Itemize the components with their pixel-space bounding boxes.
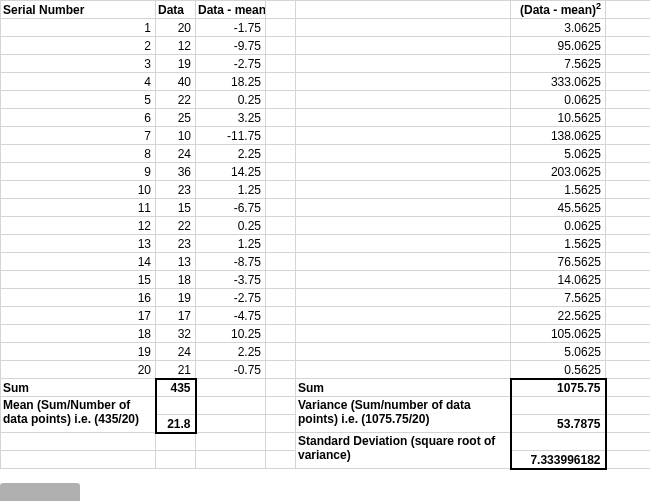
cell-data[interactable]: 32: [156, 325, 196, 343]
cell-data-mean[interactable]: -9.75: [196, 37, 266, 55]
cell-serial[interactable]: 7: [1, 127, 156, 145]
cell-data-mean[interactable]: -0.75: [196, 361, 266, 379]
table-row: 44018.25333.0625: [1, 73, 651, 91]
cell-data-mean[interactable]: -2.75: [196, 289, 266, 307]
cell-data[interactable]: 22: [156, 217, 196, 235]
cell-sq[interactable]: 10.5625: [511, 109, 606, 127]
cell-serial[interactable]: 8: [1, 145, 156, 163]
cell-data-mean[interactable]: -8.75: [196, 253, 266, 271]
table-row: 1717-4.7522.5625: [1, 307, 651, 325]
header-serial: Serial Number: [1, 1, 156, 19]
cell-serial[interactable]: 10: [1, 181, 156, 199]
cell-sq[interactable]: 138.0625: [511, 127, 606, 145]
table-row: 1619-2.757.5625: [1, 289, 651, 307]
cell-serial[interactable]: 12: [1, 217, 156, 235]
cell-data-mean[interactable]: -2.75: [196, 55, 266, 73]
cell-serial[interactable]: 3: [1, 55, 156, 73]
sum-label-left: Sum: [1, 379, 156, 397]
cell-serial[interactable]: 16: [1, 289, 156, 307]
cell-data-mean[interactable]: 18.25: [196, 73, 266, 91]
cell-serial[interactable]: 20: [1, 361, 156, 379]
cell-data[interactable]: 23: [156, 181, 196, 199]
cell-data[interactable]: 20: [156, 19, 196, 37]
cell-serial[interactable]: 17: [1, 307, 156, 325]
cell-sq[interactable]: 14.0625: [511, 271, 606, 289]
table-row: 183210.25105.0625: [1, 325, 651, 343]
cell-data-mean[interactable]: 14.25: [196, 163, 266, 181]
cell-sq[interactable]: 7.5625: [511, 55, 606, 73]
cell-serial[interactable]: 9: [1, 163, 156, 181]
cell-sq[interactable]: 0.5625: [511, 361, 606, 379]
cell-data[interactable]: 21: [156, 361, 196, 379]
cell-data[interactable]: 19: [156, 289, 196, 307]
cell-serial[interactable]: 6: [1, 109, 156, 127]
sum-data[interactable]: 435: [156, 379, 196, 397]
cell-data-mean[interactable]: -6.75: [196, 199, 266, 217]
mean-value[interactable]: 21.8: [156, 415, 196, 433]
cell-sq[interactable]: 76.5625: [511, 253, 606, 271]
table-row: 120-1.753.0625: [1, 19, 651, 37]
cell-data-mean[interactable]: 10.25: [196, 325, 266, 343]
cell-data-mean[interactable]: 1.25: [196, 181, 266, 199]
cell-data-mean[interactable]: 0.25: [196, 91, 266, 109]
cell-data[interactable]: 24: [156, 343, 196, 361]
cell-sq[interactable]: 203.0625: [511, 163, 606, 181]
cell-data[interactable]: 13: [156, 253, 196, 271]
cell-sq[interactable]: 1.5625: [511, 181, 606, 199]
cell-data[interactable]: 22: [156, 91, 196, 109]
table-row: 19242.255.0625: [1, 343, 651, 361]
cell-sq[interactable]: 45.5625: [511, 199, 606, 217]
cell-data[interactable]: 12: [156, 37, 196, 55]
cell-data-mean[interactable]: 1.25: [196, 235, 266, 253]
cell-data-mean[interactable]: -3.75: [196, 271, 266, 289]
cell-sq[interactable]: 7.5625: [511, 289, 606, 307]
cell-data-mean[interactable]: 2.25: [196, 145, 266, 163]
cell-sq[interactable]: 0.0625: [511, 91, 606, 109]
cell-sq[interactable]: 5.0625: [511, 343, 606, 361]
cell-serial[interactable]: 11: [1, 199, 156, 217]
cell-data[interactable]: 19: [156, 55, 196, 73]
cell-data-mean[interactable]: 2.25: [196, 343, 266, 361]
cell-data-mean[interactable]: -1.75: [196, 19, 266, 37]
variance-value[interactable]: 53.7875: [511, 415, 606, 433]
cell-data-mean[interactable]: 0.25: [196, 217, 266, 235]
cell-serial[interactable]: 19: [1, 343, 156, 361]
table-row: 319-2.757.5625: [1, 55, 651, 73]
cell-sq[interactable]: 95.0625: [511, 37, 606, 55]
cell-sq[interactable]: 1.5625: [511, 235, 606, 253]
table-row: 93614.25203.0625: [1, 163, 651, 181]
cell-data[interactable]: 24: [156, 145, 196, 163]
cell-data[interactable]: 23: [156, 235, 196, 253]
cell-sq[interactable]: 0.0625: [511, 217, 606, 235]
cell-serial[interactable]: 1: [1, 19, 156, 37]
cell-serial[interactable]: 15: [1, 271, 156, 289]
sum-sq[interactable]: 1075.75: [511, 379, 606, 397]
cell-data[interactable]: 15: [156, 199, 196, 217]
cell-data[interactable]: 36: [156, 163, 196, 181]
cell-serial[interactable]: 13: [1, 235, 156, 253]
cell-data-mean[interactable]: -4.75: [196, 307, 266, 325]
cell-data[interactable]: 25: [156, 109, 196, 127]
table-row: 1413-8.7576.5625: [1, 253, 651, 271]
cell-serial[interactable]: 14: [1, 253, 156, 271]
sd-value[interactable]: 7.333996182: [511, 451, 606, 469]
cell-sq[interactable]: 22.5625: [511, 307, 606, 325]
cell-data-mean[interactable]: 3.25: [196, 109, 266, 127]
cell-sq[interactable]: 105.0625: [511, 325, 606, 343]
cell-data[interactable]: 10: [156, 127, 196, 145]
cell-serial[interactable]: 2: [1, 37, 156, 55]
table-row: 212-9.7595.0625: [1, 37, 651, 55]
cell-data[interactable]: 40: [156, 73, 196, 91]
cell-data[interactable]: 17: [156, 307, 196, 325]
cell-sq[interactable]: 333.0625: [511, 73, 606, 91]
cell-sq[interactable]: 3.0625: [511, 19, 606, 37]
header-row: Serial Number Data Data - mean (Data - m…: [1, 1, 651, 19]
cell-serial[interactable]: 4: [1, 73, 156, 91]
cell-serial[interactable]: 5: [1, 91, 156, 109]
cell-data[interactable]: 18: [156, 271, 196, 289]
table-row: 10231.251.5625: [1, 181, 651, 199]
cell-data-mean[interactable]: -11.75: [196, 127, 266, 145]
cell-serial[interactable]: 18: [1, 325, 156, 343]
table-row: 1115-6.7545.5625: [1, 199, 651, 217]
cell-sq[interactable]: 5.0625: [511, 145, 606, 163]
